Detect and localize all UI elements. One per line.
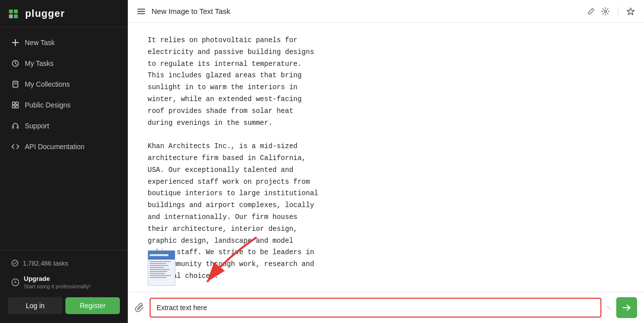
upgrade-section[interactable]: Upgrade Start using it professionally! [4,271,124,293]
sidebar-item-my-tasks[interactable]: My Tasks [4,54,124,73]
svg-rect-2 [9,14,13,18]
topbar: New Image to Text Task [128,0,644,23]
login-button[interactable]: Log in [8,297,62,314]
menu-icon[interactable] [137,7,146,16]
topbar-divider [618,6,618,16]
send-button[interactable] [616,297,637,318]
tasks-count-icon [11,259,19,267]
nav: New Task My Tasks My Collections [0,27,128,250]
sidebar: plugger New Task My Tasks [0,0,128,323]
star-icon[interactable] [626,7,635,16]
logo-text: plugger [25,8,65,19]
auth-buttons: Log in Register [4,293,124,318]
svg-rect-3 [14,14,18,18]
svg-rect-13 [16,106,18,108]
svg-rect-15 [17,126,19,128]
tasks-count-label: 1,782,486 tasks [23,260,68,267]
settings-icon[interactable] [601,7,610,16]
nav-label: New Task [25,39,54,47]
upgrade-text: Upgrade Start using it professionally! [24,275,91,289]
attach-icon[interactable] [135,303,145,313]
edit-icon[interactable] [587,7,595,15]
sidebar-item-my-collections[interactable]: My Collections [4,75,124,94]
headset-icon [11,121,20,130]
bookmark-icon [11,80,20,89]
plus-icon [11,38,20,47]
nav-label: My Collections [25,80,70,88]
sidebar-item-api-docs[interactable]: API Documentation [4,137,124,156]
upgrade-title: Upgrade [24,275,91,282]
sidebar-bottom: 1,782,486 tasks Upgrade Start using it p… [0,250,128,323]
svg-marker-22 [627,8,635,15]
svg-rect-12 [12,106,15,108]
svg-rect-11 [16,102,18,105]
nav-label: Public Designs [25,101,71,109]
logo: plugger [8,7,65,20]
text-input[interactable] [150,298,601,318]
main-content: New Image to Text Task It relies on phot… [128,0,644,323]
logo-area: plugger [0,0,128,27]
sidebar-item-public-designs[interactable]: Public Designs [4,96,124,114]
thumbnail-image [148,250,175,286]
content-area: It relies on photovoltaic panels for ele… [128,23,644,292]
thumbnail-container [148,250,175,286]
grid-icon [11,101,20,109]
extracted-text: It relies on photovoltaic panels for ele… [148,35,405,282]
upgrade-sub: Start using it professionally! [24,283,91,289]
register-button[interactable]: Register [65,297,120,314]
topbar-title: New Image to Text Task [152,7,581,15]
svg-rect-10 [12,102,15,105]
nav-label: My Tasks [25,59,54,67]
input-area: ⤡ [128,292,644,323]
topbar-right [601,6,635,16]
tasks-count: 1,782,486 tasks [4,255,124,271]
nav-label: Support [25,122,49,130]
nav-label: API Documentation [25,143,85,151]
upgrade-icon [11,278,20,287]
svg-rect-0 [9,9,13,13]
svg-rect-14 [12,126,14,128]
code-icon [11,142,20,151]
sidebar-item-support[interactable]: Support [4,116,124,135]
sidebar-item-new-task[interactable]: New Task [4,33,124,52]
svg-point-21 [604,10,607,12]
svg-rect-1 [14,9,18,13]
clock-icon [11,59,20,68]
resize-handle: ⤡ [606,304,611,311]
